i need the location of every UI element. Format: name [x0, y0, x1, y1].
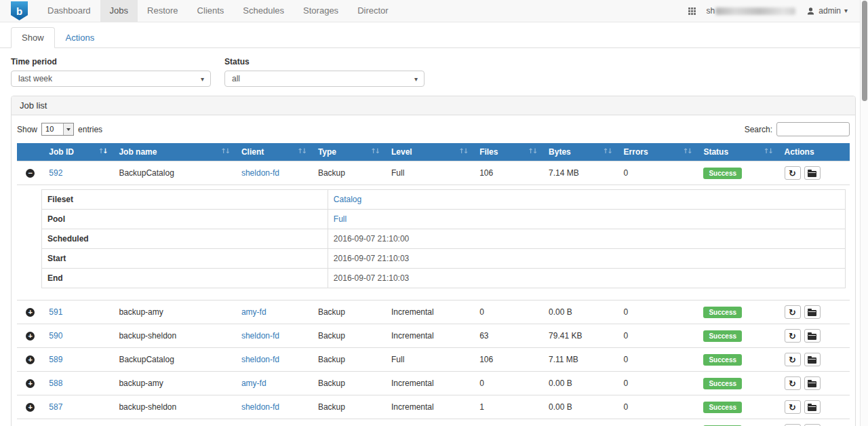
user-name: admin: [818, 6, 841, 16]
detail-link[interactable]: Full: [334, 214, 347, 224]
detail-row-fileset: FilesetCatalog: [42, 190, 846, 210]
restart-icon: ↻: [789, 379, 796, 388]
table-row: + 591 backup-amy amy-fd Backup Increment…: [17, 301, 850, 324]
job-id-link[interactable]: 589: [49, 355, 62, 364]
expand-toggle[interactable]: +: [26, 332, 35, 341]
client-link[interactable]: sheldon-fd: [241, 168, 279, 178]
expand-toggle[interactable]: +: [26, 403, 35, 412]
client-link[interactable]: sheldon-fd: [241, 402, 279, 412]
column-header-job-id[interactable]: Job ID↑↓: [43, 143, 113, 161]
tab-show[interactable]: Show: [11, 27, 55, 48]
table-row: + 587 backup-sheldon sheldon-fd Backup I…: [17, 395, 850, 419]
job-files-button[interactable]: [804, 329, 821, 343]
restart-job-button[interactable]: ↻: [785, 376, 801, 390]
nav-item-schedules[interactable]: Schedules: [233, 0, 294, 22]
restart-job-button[interactable]: ↻: [785, 166, 801, 180]
job-files-cell: 106: [474, 348, 543, 372]
apps-grid-icon[interactable]: [688, 7, 696, 15]
folder-icon: [808, 405, 816, 411]
detail-label: Start: [42, 249, 328, 269]
column-header-level[interactable]: Level↑↓: [386, 143, 474, 161]
job-bytes-cell: 7.14 MB: [543, 161, 618, 185]
job-id-link[interactable]: 590: [49, 331, 62, 341]
column-label: Client: [241, 147, 264, 157]
time-period-filter: Time period last week ▾: [11, 57, 211, 87]
expand-toggle[interactable]: +: [26, 308, 35, 317]
expand-toggle[interactable]: −: [26, 169, 35, 178]
search-input[interactable]: [776, 122, 850, 136]
chevron-down-icon: ▾: [844, 7, 848, 14]
chevron-down-icon: ▾: [414, 76, 418, 83]
restart-job-button[interactable]: ↻: [785, 305, 801, 319]
job-table-body: − 592 BackupCatalog sheldon-fd Backup Fu…: [17, 161, 850, 426]
status-select[interactable]: all ▾: [224, 71, 425, 87]
detail-value: 2016-09-07 21:10:03: [328, 269, 845, 288]
restart-job-button[interactable]: ↻: [785, 329, 801, 343]
column-header-client[interactable]: Client↑↓: [236, 143, 313, 161]
detail-table-body: FilesetCatalogPoolFullScheduled2016-09-0…: [42, 190, 846, 288]
detail-row-pool: PoolFull: [42, 210, 846, 229]
client-link[interactable]: amy-fd: [241, 379, 267, 388]
scrollbar[interactable]: [860, 0, 868, 426]
detail-label: Fileset: [42, 190, 328, 210]
table-row: + 590 backup-sheldon sheldon-fd Backup I…: [17, 324, 850, 348]
expand-toggle[interactable]: +: [26, 379, 35, 388]
nav-item-jobs[interactable]: Jobs: [100, 0, 138, 22]
user-icon: [806, 7, 815, 16]
restart-job-button[interactable]: ↻: [785, 400, 801, 414]
job-errors-cell: 0: [618, 419, 698, 426]
nav-item-storages[interactable]: Storages: [294, 0, 348, 22]
chevron-down-icon: ▾: [201, 76, 204, 83]
scrollbar-thumb[interactable]: [862, 1, 867, 101]
column-header-files[interactable]: Files↑↓: [474, 143, 543, 161]
job-id-link[interactable]: 592: [49, 168, 62, 178]
job-name-cell: BackupCatalog: [113, 419, 236, 426]
job-files-button[interactable]: [804, 166, 821, 180]
nav-item-clients[interactable]: Clients: [188, 0, 234, 22]
column-header-bytes[interactable]: Bytes↑↓: [543, 143, 618, 161]
job-level-cell: Full: [386, 161, 474, 185]
sort-icon: ↑↓: [297, 147, 307, 155]
job-id-link[interactable]: 587: [49, 402, 62, 412]
column-header-job-name[interactable]: Job name↑↓: [113, 143, 236, 161]
entries-suffix: entries: [78, 125, 102, 134]
tab-actions[interactable]: Actions: [55, 27, 106, 48]
job-files-button[interactable]: [804, 400, 821, 414]
expand-toggle[interactable]: +: [26, 355, 35, 364]
nav-item-director[interactable]: Director: [348, 0, 398, 22]
detail-value: Full: [328, 210, 845, 229]
job-type-cell: Backup: [313, 324, 386, 348]
job-errors-cell: 0: [618, 348, 698, 372]
detail-link[interactable]: Catalog: [334, 195, 361, 204]
job-files-button[interactable]: [804, 353, 821, 366]
detail-label: Pool: [42, 210, 328, 229]
job-id-link[interactable]: 591: [49, 307, 62, 317]
status-value: all: [232, 74, 240, 83]
entries-value: 10: [42, 123, 63, 135]
filters: Time period last week ▾ Status all ▾: [11, 57, 856, 87]
nav-item-dashboard[interactable]: Dashboard: [38, 0, 100, 22]
column-header-type[interactable]: Type↑↓: [313, 143, 386, 161]
panel-title: Job list: [12, 96, 855, 115]
time-period-select[interactable]: last week ▾: [11, 71, 211, 87]
client-link[interactable]: sheldon-fd: [241, 355, 279, 364]
job-id-link[interactable]: 588: [49, 379, 62, 388]
job-type-cell: Backup: [313, 161, 386, 185]
job-files-cell: 1: [474, 395, 543, 419]
column-header-actions: Actions: [779, 143, 850, 161]
entries-dropdown-icon: [63, 123, 73, 135]
search-control: Search:: [745, 122, 850, 136]
status-badge: Success: [703, 354, 742, 366]
column-header-errors[interactable]: Errors↑↓: [618, 143, 698, 161]
job-files-cell: 106: [474, 419, 543, 426]
nav-item-restore[interactable]: Restore: [138, 0, 188, 22]
column-header-status[interactable]: Status↑↓: [698, 143, 778, 161]
job-files-button[interactable]: [804, 305, 821, 319]
job-files-button[interactable]: [804, 376, 821, 390]
entries-select[interactable]: 10: [41, 123, 74, 136]
restart-job-button[interactable]: ↻: [785, 353, 801, 366]
client-link[interactable]: sheldon-fd: [241, 331, 279, 341]
user-menu[interactable]: admin ▾: [806, 6, 848, 16]
client-link[interactable]: amy-fd: [241, 307, 267, 317]
panel-body: Show 10 entries Search: Job ID↑↓Job name…: [12, 115, 855, 426]
